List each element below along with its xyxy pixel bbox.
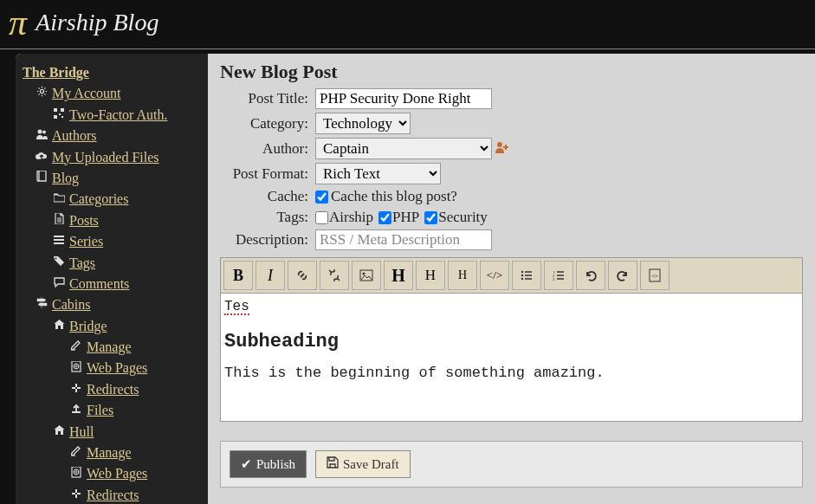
- nav-item-redirects[interactable]: Redirects: [23, 379, 201, 400]
- h3-button[interactable]: H: [448, 261, 477, 290]
- ol-button[interactable]: 123: [544, 261, 573, 290]
- nav-link[interactable]: Tags: [69, 254, 95, 273]
- qr-icon: [52, 107, 66, 123]
- bold-button[interactable]: B: [223, 261, 253, 290]
- svg-point-17: [521, 275, 523, 276]
- cross-icon: [69, 488, 83, 503]
- svg-point-15: [363, 273, 365, 275]
- italic-button[interactable]: I: [255, 261, 285, 290]
- svg-rect-4: [59, 113, 61, 115]
- comment-icon: [52, 276, 66, 292]
- nav-link[interactable]: My Uploaded Files: [52, 148, 159, 167]
- tag-security[interactable]: Security: [424, 209, 488, 226]
- nav-link[interactable]: Files: [87, 401, 113, 420]
- cache-checkbox[interactable]: [315, 191, 328, 204]
- h1-button[interactable]: H: [384, 261, 413, 290]
- nav-item-comments[interactable]: Comments: [23, 274, 201, 294]
- source-button[interactable]: <>: [640, 261, 669, 290]
- nav-link[interactable]: Redirects: [87, 486, 139, 504]
- nav-link[interactable]: Blog: [52, 169, 79, 188]
- nav-item-manage[interactable]: Manage: [23, 337, 201, 358]
- nav-link[interactable]: Posts: [69, 211, 99, 230]
- nav-root-link[interactable]: The Bridge: [23, 63, 89, 82]
- label-description: Description:: [220, 231, 315, 249]
- nav-item-manage[interactable]: Manage: [23, 443, 201, 463]
- nav-link[interactable]: Two-Factor Auth.: [69, 106, 168, 125]
- nav-item-blog[interactable]: Blog: [23, 168, 201, 189]
- undo-button[interactable]: [576, 261, 605, 290]
- nav-item-authors[interactable]: Authors: [23, 126, 201, 146]
- tag-checkbox[interactable]: [315, 211, 328, 224]
- action-bar: ✔ Publish Save Draft: [220, 441, 803, 488]
- body-wrap: The Bridge My AccountTwo-Factor Auth.Aut…: [16, 54, 815, 504]
- publish-button[interactable]: ✔ Publish: [230, 450, 307, 478]
- nav-item-posts[interactable]: Posts: [23, 210, 201, 231]
- nav-item-series[interactable]: Series: [23, 231, 201, 252]
- unlink-button[interactable]: [320, 261, 349, 290]
- editor-paragraph: This is the beginning of something amazi…: [224, 365, 799, 381]
- nav-item-two-factor-auth-[interactable]: Two-Factor Auth.: [23, 105, 201, 126]
- svg-text:<>: <>: [651, 273, 658, 280]
- tag-airship[interactable]: Airship: [315, 209, 373, 226]
- gear-icon: [35, 86, 49, 101]
- publish-label: Publish: [256, 457, 295, 472]
- nav-link[interactable]: Categories: [69, 190, 128, 209]
- tag-checkbox[interactable]: [378, 211, 391, 224]
- nav-item-cabins[interactable]: Cabins: [23, 294, 201, 315]
- ul-button[interactable]: [512, 261, 541, 290]
- redo-button[interactable]: [608, 261, 637, 290]
- upload-icon: [69, 403, 83, 418]
- editor-toolbar: B I H H H </> 123 <>: [220, 257, 803, 294]
- code-button[interactable]: </>: [480, 261, 509, 290]
- label-tags: Tags:: [220, 209, 315, 226]
- tag-php[interactable]: PHP: [378, 209, 419, 226]
- nav-item-web-pages[interactable]: Web Pages: [23, 463, 201, 484]
- nav-item-web-pages[interactable]: Web Pages: [23, 358, 201, 378]
- cache-text: Cache this blog post?: [331, 188, 457, 205]
- nav-item-redirects[interactable]: Redirects: [23, 485, 201, 504]
- nav-link[interactable]: Bridge: [69, 317, 107, 336]
- link-button[interactable]: [288, 261, 317, 290]
- app-title: Airship Blog: [36, 9, 158, 36]
- label-title: Post Title:: [220, 90, 315, 107]
- editor-area[interactable]: Tes Subheading This is the beginning of …: [220, 294, 803, 422]
- edit-icon: [69, 445, 83, 461]
- nav-link[interactable]: Comments: [69, 275, 129, 294]
- image-button[interactable]: [352, 261, 381, 290]
- nav-item-my-uploaded-files[interactable]: My Uploaded Files: [23, 147, 201, 168]
- nav-item-files[interactable]: Files: [23, 400, 201, 421]
- nav-item-my-account[interactable]: My Account: [23, 83, 201, 104]
- nav-item-tags[interactable]: Tags: [23, 253, 201, 274]
- format-select[interactable]: Rich Text: [315, 163, 441, 184]
- nav-root[interactable]: The Bridge: [23, 62, 201, 83]
- tag-checkbox[interactable]: [424, 211, 437, 224]
- post-title-input[interactable]: [315, 88, 492, 109]
- nav-link[interactable]: Cabins: [52, 295, 90, 314]
- nav-link[interactable]: Hull: [69, 423, 94, 442]
- nav-link[interactable]: My Account: [52, 84, 121, 103]
- row-description: Description:: [220, 229, 803, 250]
- signpost-icon: [35, 297, 49, 313]
- nav-link[interactable]: Manage: [87, 443, 132, 462]
- nav-link[interactable]: Series: [69, 232, 103, 251]
- add-author-icon[interactable]: [495, 141, 509, 157]
- nav-link[interactable]: Redirects: [87, 380, 139, 399]
- nav-item-hull[interactable]: Hull: [23, 422, 201, 443]
- nav-link[interactable]: Web Pages: [87, 464, 147, 483]
- nav-item-bridge[interactable]: Bridge: [23, 316, 201, 337]
- author-select[interactable]: Captain: [315, 138, 492, 159]
- description-input[interactable]: [315, 229, 492, 250]
- nav-link[interactable]: Web Pages: [87, 359, 147, 378]
- tag-label: Security: [438, 209, 488, 226]
- nav-link[interactable]: Manage: [87, 338, 132, 357]
- category-select[interactable]: Technology: [315, 113, 411, 134]
- nav-link[interactable]: Authors: [52, 126, 97, 145]
- editor-subheading: Subheading: [224, 331, 799, 352]
- save-draft-button[interactable]: Save Draft: [315, 450, 411, 478]
- tag-group: AirshipPHPSecurity: [315, 209, 488, 226]
- row-category: Category: Technology: [220, 113, 803, 134]
- row-tags: Tags: AirshipPHPSecurity: [220, 209, 803, 226]
- nav-item-categories[interactable]: Categories: [23, 189, 201, 210]
- svg-rect-1: [54, 108, 57, 112]
- h2-button[interactable]: H: [416, 261, 445, 290]
